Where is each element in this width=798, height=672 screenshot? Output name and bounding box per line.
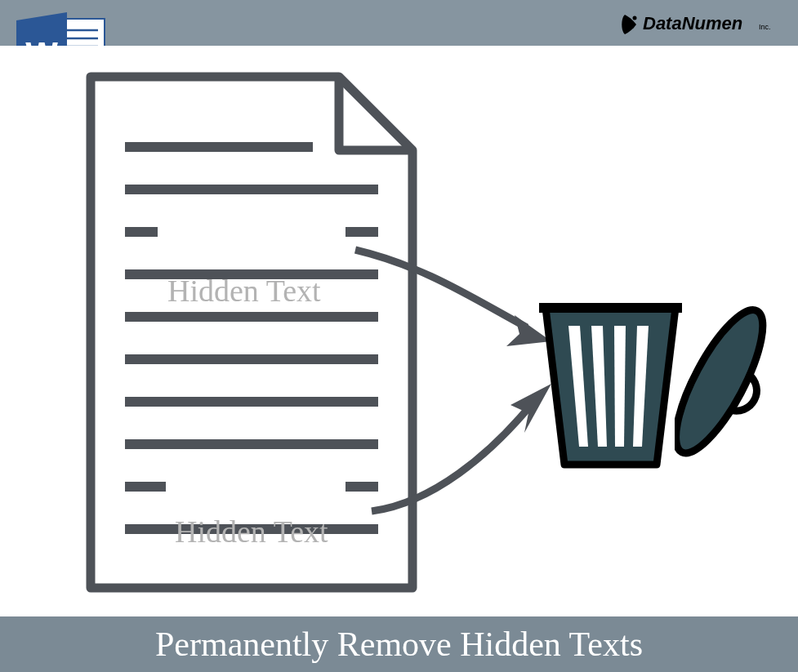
svg-point-0 <box>633 16 637 20</box>
hidden-text-label-1: Hidden Text <box>167 273 321 309</box>
arrow-top-icon <box>351 242 564 351</box>
main-content-area: Hidden Text Hidden Text <box>0 46 798 617</box>
svg-text:Inc.: Inc. <box>759 23 771 31</box>
hidden-text-label-2: Hidden Text <box>175 514 328 550</box>
trash-bin-icon <box>539 301 682 476</box>
trash-lid-icon <box>675 299 789 490</box>
caption-text: Permanently Remove Hidden Texts <box>155 625 643 664</box>
brand-logo: DataNumen Inc. <box>618 11 782 41</box>
svg-point-25 <box>675 300 778 464</box>
caption-bar: Permanently Remove Hidden Texts <box>0 616 798 672</box>
arrow-bottom-icon <box>368 372 564 523</box>
svg-text:DataNumen: DataNumen <box>643 13 742 33</box>
